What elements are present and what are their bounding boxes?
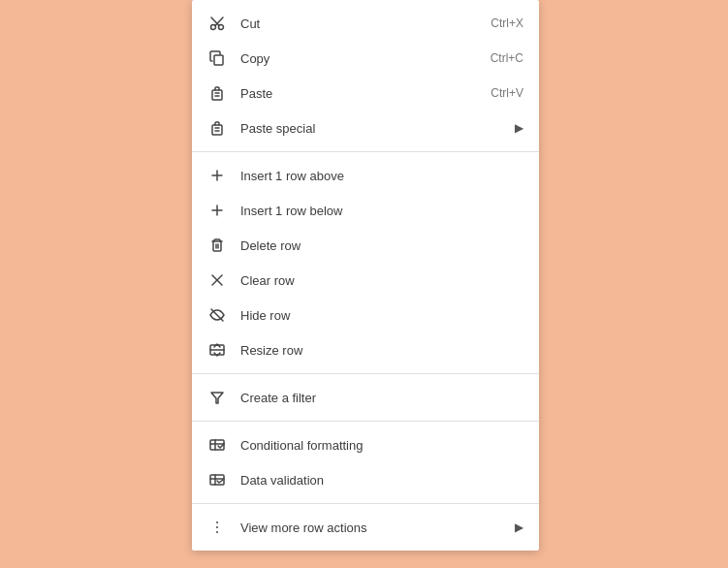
paste-icon bbox=[207, 83, 227, 103]
copy-label: Copy bbox=[240, 51, 491, 66]
data-validation-icon bbox=[207, 470, 227, 489]
resize-row-icon bbox=[207, 340, 227, 360]
paste-shortcut: Ctrl+V bbox=[491, 86, 523, 100]
cut-label: Cut bbox=[240, 16, 491, 31]
insert-row-above-label: Insert 1 row above bbox=[240, 169, 523, 183]
cut-item[interactable]: Cut Ctrl+X bbox=[192, 6, 539, 41]
format-section: Conditional formatting Data validation bbox=[192, 422, 539, 504]
paste-special-item[interactable]: Paste special ▶ bbox=[192, 110, 539, 145]
svg-point-30 bbox=[216, 526, 218, 528]
view-more-row-actions-item[interactable]: View more row actions ▶ bbox=[192, 510, 539, 545]
conditional-formatting-label: Conditional formatting bbox=[240, 438, 523, 453]
svg-rect-8 bbox=[212, 125, 222, 135]
paste-special-icon bbox=[207, 118, 227, 138]
svg-rect-23 bbox=[210, 440, 224, 450]
svg-rect-5 bbox=[212, 90, 222, 100]
create-filter-label: Create a filter bbox=[240, 391, 523, 405]
hide-row-icon bbox=[207, 305, 227, 325]
insert-row-below-item[interactable]: Insert 1 row below bbox=[192, 193, 539, 228]
rows-section: Insert 1 row above Insert 1 row below bbox=[192, 152, 539, 374]
cut-shortcut: Ctrl+X bbox=[491, 16, 523, 30]
insert-row-below-label: Insert 1 row below bbox=[240, 204, 523, 218]
insert-row-below-icon bbox=[207, 201, 227, 220]
filter-icon bbox=[207, 388, 227, 407]
more-section: View more row actions ▶ bbox=[192, 504, 539, 551]
clear-row-icon bbox=[207, 270, 227, 290]
resize-row-item[interactable]: Resize row bbox=[192, 332, 539, 367]
clear-row-item[interactable]: Clear row bbox=[192, 263, 539, 298]
filter-section: Create a filter bbox=[192, 374, 539, 422]
insert-row-above-item[interactable]: Insert 1 row above bbox=[192, 158, 539, 193]
copy-item[interactable]: Copy Ctrl+C bbox=[192, 41, 539, 76]
delete-row-item[interactable]: Delete row bbox=[192, 228, 539, 263]
view-more-arrow: ▶ bbox=[515, 521, 523, 534]
delete-row-icon bbox=[207, 236, 227, 255]
conditional-formatting-item[interactable]: Conditional formatting bbox=[192, 427, 539, 462]
paste-special-arrow: ▶ bbox=[515, 121, 523, 135]
hide-row-label: Hide row bbox=[240, 308, 523, 323]
svg-point-31 bbox=[216, 531, 218, 533]
hide-row-item[interactable]: Hide row bbox=[192, 298, 539, 332]
cut-icon bbox=[207, 14, 227, 33]
context-menu: Cut Ctrl+X Copy Ctrl+C Pas bbox=[192, 0, 539, 551]
copy-icon bbox=[207, 48, 227, 68]
svg-marker-22 bbox=[211, 393, 223, 403]
paste-item[interactable]: Paste Ctrl+V bbox=[192, 76, 539, 110]
delete-row-label: Delete row bbox=[240, 238, 523, 253]
data-validation-label: Data validation bbox=[240, 473, 523, 488]
create-filter-item[interactable]: Create a filter bbox=[192, 380, 539, 415]
view-more-row-actions-label: View more row actions bbox=[240, 521, 515, 535]
more-icon bbox=[207, 518, 227, 537]
insert-row-above-icon bbox=[207, 166, 227, 185]
data-validation-item[interactable]: Data validation bbox=[192, 462, 539, 497]
clipboard-section: Cut Ctrl+X Copy Ctrl+C Pas bbox=[192, 0, 539, 152]
copy-shortcut: Ctrl+C bbox=[491, 51, 523, 65]
paste-special-label: Paste special bbox=[240, 121, 515, 136]
clear-row-label: Clear row bbox=[240, 273, 523, 288]
paste-label: Paste bbox=[240, 86, 491, 101]
resize-row-label: Resize row bbox=[240, 343, 523, 358]
conditional-formatting-icon bbox=[207, 435, 227, 455]
svg-point-29 bbox=[216, 521, 218, 523]
svg-rect-4 bbox=[214, 55, 223, 65]
